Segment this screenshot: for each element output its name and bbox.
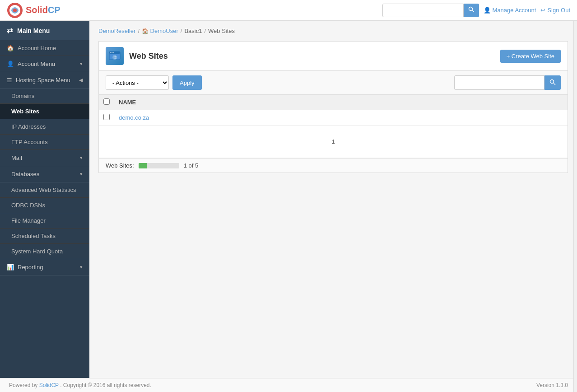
breadcrumb-sep-2: / [181, 28, 182, 34]
actions-bar-left: - Actions - Apply [106, 75, 202, 90]
svg-rect-7 [110, 52, 112, 53]
sign-out-link[interactable]: ↩ Sign Out [540, 7, 570, 14]
footer-brand-link[interactable]: SolidCP [39, 382, 59, 388]
hosting-menu-icon: ☰ [7, 77, 12, 84]
manage-account-link[interactable]: 👤 Manage Account [484, 7, 536, 14]
sidebar-item-label: ODBC DSNs [11, 202, 45, 209]
sidebar-item-file-manager[interactable]: File Manager [0, 213, 89, 229]
page-header-left: Web Sites [106, 47, 168, 65]
scrollbar-edge [573, 0, 577, 392]
svg-point-3 [469, 7, 472, 11]
logo-icon [7, 2, 23, 19]
main-menu-label: Main Menu [17, 27, 50, 34]
navbar-left: SolidCP [7, 2, 60, 19]
sidebar-item-system-hard-quota[interactable]: System Hard Quota [0, 244, 89, 259]
page-icon [106, 47, 124, 65]
breadcrumb-demoreseller[interactable]: DemoReseller [98, 28, 135, 34]
sidebar-item-label: File Manager [11, 217, 46, 224]
sidebar-item-mail[interactable]: Mail ▾ [0, 150, 89, 166]
chevron-down-icon: ▾ [80, 171, 83, 177]
reporting-label: Reporting [18, 264, 43, 271]
quota-bar-fill [139, 163, 147, 168]
sidebar-item-label: Account Home [18, 45, 56, 51]
table-cell-name: demo.co.za [114, 110, 568, 126]
sidebar-item-ip-addresses[interactable]: IP Addresses [0, 119, 89, 135]
web-sites-table: NAME demo.co.za 1 [99, 95, 568, 158]
hosting-menu-label: Hosting Space Menu [16, 77, 70, 84]
breadcrumb: DemoReseller / 🏠 DemoUser / Basic1 / Web… [98, 28, 568, 34]
row-checkbox[interactable] [103, 114, 110, 120]
table-search-input[interactable] [454, 75, 544, 90]
breadcrumb-sep-3: / [204, 28, 206, 34]
svg-rect-8 [112, 52, 114, 53]
breadcrumb-basic1: Basic1 [184, 28, 202, 34]
table-search-button[interactable] [544, 75, 561, 90]
sidebar-item-reporting[interactable]: 📊 Reporting ▾ [0, 259, 89, 275]
sidebar-item-scheduled-tasks[interactable]: Scheduled Tasks [0, 229, 89, 244]
svg-point-2 [13, 9, 17, 12]
page-number: 1 [103, 129, 563, 154]
chevron-down-icon: ▾ [80, 61, 83, 67]
breadcrumb-demouser[interactable]: 🏠 DemoUser [142, 28, 178, 34]
breadcrumb-sep-1: / [138, 28, 140, 34]
sidebar-item-odbc-dsns[interactable]: ODBC DSNs [0, 198, 89, 213]
svg-line-4 [472, 10, 474, 12]
website-link[interactable]: demo.co.za [119, 114, 149, 121]
page-header: Web Sites + Create Web Site [98, 41, 568, 70]
search-icon [468, 6, 475, 13]
home-icon: 🏠 [142, 28, 149, 34]
sidebar-item-label: Web Sites [11, 108, 39, 115]
top-search-input[interactable] [382, 4, 464, 17]
svg-point-13 [550, 79, 554, 83]
quota-label: Web Sites: [106, 162, 134, 169]
chevron-down-icon: ▾ [80, 264, 83, 270]
table-header-checkbox [99, 95, 114, 110]
account-menu-label: Account Menu [18, 61, 55, 67]
sidebar-item-domains[interactable]: Domains [0, 89, 89, 104]
websites-icon [107, 49, 122, 63]
quota-count: 1 of 5 [184, 162, 199, 169]
table-row: demo.co.za [99, 110, 568, 126]
sidebar-item-label: Scheduled Tasks [11, 233, 56, 239]
svg-line-14 [554, 83, 555, 85]
sidebar-item-label: FTP Accounts [11, 139, 48, 145]
chevron-down-icon: ▾ [80, 155, 83, 161]
sidebar-item-databases[interactable]: Databases ▾ [0, 166, 89, 182]
apply-button[interactable]: Apply [172, 75, 202, 90]
pagination-row: Web Sites: 1 of 5 [99, 158, 568, 173]
account-menu-icon: 👤 [7, 61, 14, 67]
table-container: - Actions - Apply [98, 70, 568, 173]
sidebar-item-web-sites[interactable]: Web Sites [0, 104, 89, 119]
sidebar-item-hosting-space-menu[interactable]: ☰ Hosting Space Menu ◀ [0, 72, 89, 89]
sidebar-item-advanced-web-statistics[interactable]: Advanced Web Statistics [0, 182, 89, 198]
quota-bar [139, 163, 179, 168]
sidebar: ⇄ Main Menu 🏠 Account Home 👤 Account Men… [0, 21, 89, 378]
logo: SolidCP [7, 2, 60, 19]
sidebar-item-ftp-accounts[interactable]: FTP Accounts [0, 135, 89, 150]
menu-toggle-icon: ⇄ [7, 26, 13, 35]
sidebar-item-label: System Hard Quota [11, 248, 63, 255]
table-cell-checkbox [99, 110, 114, 126]
top-search-bar [382, 4, 479, 17]
home-icon: 🏠 [7, 45, 14, 51]
select-all-checkbox[interactable] [103, 98, 110, 105]
sidebar-main-menu[interactable]: ⇄ Main Menu [0, 21, 89, 41]
sidebar-item-account-menu[interactable]: 👤 Account Menu ▾ [0, 56, 89, 72]
user-icon: 👤 [484, 7, 491, 14]
breadcrumb-web-sites: Web Sites [208, 28, 235, 34]
logo-text: SolidCP [26, 5, 60, 15]
table-header-name: NAME [114, 95, 568, 110]
reporting-icon: 📊 [7, 264, 14, 271]
top-search-button[interactable] [464, 4, 479, 17]
page-title: Web Sites [129, 51, 168, 61]
navbar-right: 👤 Manage Account ↩ Sign Out [382, 4, 570, 17]
footer-version: Version 1.3.0 [536, 382, 568, 388]
footer: Powered by SolidCP . Copyright © 2016 al… [0, 378, 577, 392]
databases-label: Databases [11, 171, 39, 177]
create-web-site-button[interactable]: + Create Web Site [500, 50, 561, 63]
sidebar-item-label: IP Addresses [11, 123, 46, 130]
table-search-bar [454, 75, 561, 90]
footer-text: Powered by SolidCP . Copyright © 2016 al… [9, 382, 151, 388]
actions-dropdown[interactable]: - Actions - [106, 75, 169, 90]
sidebar-item-account-home[interactable]: 🏠 Account Home [0, 41, 89, 56]
